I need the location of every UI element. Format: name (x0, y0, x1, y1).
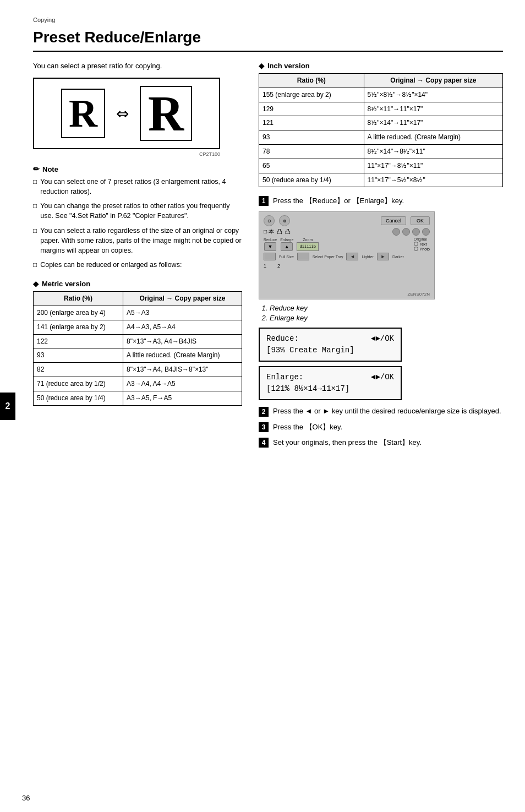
note-title: ✏ Note (33, 165, 242, 173)
table-row: 50 (reduce area by 1/4) 11"×17"→5¹⁄₂"×8¹… (259, 173, 503, 187)
pencil-icon: ✏ (33, 165, 40, 173)
table-row: 141 (enlarge area by 2) A4→A3, A5→A4 (34, 320, 242, 334)
ratio-cell: 155 (enlarge area by 2) (259, 88, 364, 102)
step-1: 1 Press the 【Reduce】or 【Enlarge】key. (259, 196, 503, 206)
copier-steps-list: Reduce key Enlarge key (259, 304, 503, 322)
chapter-badge: 2 (0, 393, 15, 420)
lcd-reduce-line2: [93% Create Margin] (266, 345, 394, 356)
ratio-cell: 122 (34, 334, 123, 348)
lcd-reduce-line1: Reduce:◄►/OK (266, 333, 394, 345)
double-arrow-icon: ⇔ (116, 105, 129, 123)
left-column: You can select a preset ratio for copyin… (33, 62, 242, 406)
step-4-text: Set your originals, then press the 【Star… (273, 438, 422, 448)
inch-section: ◆ Inch version Ratio (%) Original → Copy… (259, 62, 503, 187)
step-2-text: Press the ◄ or ► key until the desired r… (273, 407, 501, 415)
ratio-cell: 200 (enlarge area by 4) (34, 306, 123, 320)
table-row: 155 (enlarge area by 2) 5¹⁄₂"×8¹⁄₂"→8¹⁄₂… (259, 88, 503, 102)
original-cell: 8¹⁄₂"×14"→8¹⁄₂"×11" (364, 144, 502, 159)
original-cell: A3→A4, A4→A5 (123, 377, 242, 391)
lcd-enlarge: Enlarge:◄►/OK [121% 8½×14→11×17] (259, 366, 402, 400)
lcd-enlarge-line1: Enlarge:◄►/OK (266, 372, 394, 383)
table-row: 121 8¹⁄₂"×14"→11"×17" (259, 116, 503, 130)
page-title: Preset Reduce/Enlarge (33, 29, 503, 52)
copier-panel: ⊙ ⊗ Cancel OK □-本凸凸 (259, 211, 435, 299)
note-item-3: You can select a ratio regardless of the… (33, 226, 242, 255)
note-section: ✏ Note You can select one of 7 preset ra… (33, 165, 242, 270)
ratio-cell: 82 (34, 363, 123, 377)
table-row: 200 (enlarge area by 4) A5→A3 (34, 306, 242, 320)
table-row: 71 (reduce area by 1/2) A3→A4, A4→A5 (34, 377, 242, 391)
diamond-icon-2: ◆ (259, 62, 264, 70)
diagram-label: CP2T100 (33, 151, 220, 157)
right-column: ◆ Inch version Ratio (%) Original → Copy… (259, 62, 503, 453)
metric-section: ◆ Metric version Ratio (%) Original → Co… (33, 280, 242, 405)
r-big: R (140, 86, 192, 141)
page: 2 Copying Preset Reduce/Enlarge You can … (0, 0, 525, 812)
original-cell: 11"×17"→8¹⁄₂"×11" (364, 159, 502, 173)
table-row: 122 8"×13"→A3, A4→B4JIS (34, 334, 242, 348)
note-item-2: You can change the preset ratios to othe… (33, 201, 242, 221)
inch-header-text: Inch version (267, 62, 310, 70)
lcd-reduce: Reduce:◄►/OK [93% Create Margin] (259, 328, 402, 362)
original-cell: 8¹⁄₂"×14"→11"×17" (364, 116, 502, 130)
r-diagram: R ⇔ R (33, 78, 220, 149)
metric-col-original: Original → Copy paper size (123, 292, 242, 306)
inch-table: Ratio (%) Original → Copy paper size 155… (259, 73, 503, 187)
step-3-text: Press the 【OK】key. (273, 422, 342, 432)
original-cell: A5→A3 (123, 306, 242, 320)
metric-header: ◆ Metric version (33, 280, 242, 288)
table-row: 78 8¹⁄₂"×14"→8¹⁄₂"×11" (259, 144, 503, 159)
intro-text: You can select a preset ratio for copyin… (33, 62, 242, 70)
metric-table: Ratio (%) Original → Copy paper size 200… (33, 291, 242, 405)
step-4-num: 4 (259, 438, 269, 448)
original-cell: 8"×13"→A4, B4JIS→8"×13" (123, 363, 242, 377)
table-row: 93 A little reduced. (Create Margin) (259, 130, 503, 145)
lcd-enlarge-line2: [121% 8½×14→11×17] (266, 383, 394, 395)
original-cell: 8"×13"→A3, A4→B4JIS (123, 334, 242, 348)
original-cell: A3→A5, F→A5 (123, 391, 242, 405)
breadcrumb: Copying (33, 17, 503, 23)
table-row: 65 11"×17"→8¹⁄₂"×11" (259, 159, 503, 173)
note-item-1: You can select one of 7 preset ratios (3… (33, 177, 242, 197)
original-cell: A little reduced. (Create Margin) (123, 348, 242, 363)
step-2-num: 2 (259, 407, 269, 417)
table-row: 93 A little reduced. (Create Margin) (34, 348, 242, 363)
original-cell: A4→A3, A5→A4 (123, 320, 242, 334)
note-item-4: Copies can be reduced or enlarged as fol… (33, 260, 242, 270)
inch-col-original: Original → Copy paper size (364, 74, 502, 88)
diamond-icon: ◆ (33, 280, 39, 288)
ratio-cell: 50 (reduce area by 1/4) (34, 391, 123, 405)
inch-header: ◆ Inch version (259, 62, 503, 70)
ratio-cell: 129 (259, 102, 364, 116)
ratio-cell: 65 (259, 159, 364, 173)
ratio-cell: 121 (259, 116, 364, 130)
step-3-num: 3 (259, 422, 269, 432)
ratio-cell: 78 (259, 144, 364, 159)
original-cell: 11"×17"→5¹⁄₂"×8¹⁄₂" (364, 173, 502, 187)
table-row: 50 (reduce area by 1/4) A3→A5, F→A5 (34, 391, 242, 405)
ratio-cell: 93 (259, 130, 364, 145)
step-2: 2 Press the ◄ or ► key until the desired… (259, 407, 503, 417)
original-cell: 8¹⁄₂"×11"→11"×17" (364, 102, 502, 116)
original-cell: 5¹⁄₂"×8¹⁄₂"→8¹⁄₂"×14" (364, 88, 502, 102)
inch-col-ratio: Ratio (%) (259, 74, 364, 88)
ratio-cell: 93 (34, 348, 123, 363)
step-3: 3 Press the 【OK】key. (259, 422, 503, 432)
enlarge-key-label: Enlarge key (270, 314, 503, 322)
note-list: You can select one of 7 preset ratios (3… (33, 177, 242, 270)
original-cell: A little reduced. (Create Margin) (364, 130, 502, 145)
ratio-cell: 141 (enlarge area by 2) (34, 320, 123, 334)
ratio-cell: 50 (reduce area by 1/4) (259, 173, 364, 187)
table-row: 82 8"×13"→A4, B4JIS→8"×13" (34, 363, 242, 377)
table-row: 129 8¹⁄₂"×11"→11"×17" (259, 102, 503, 116)
step-4: 4 Set your originals, then press the 【St… (259, 438, 503, 448)
step-1-num: 1 (259, 196, 269, 206)
page-number: 36 (22, 794, 30, 802)
step-1-text: Press the 【Reduce】or 【Enlarge】key. (273, 196, 404, 206)
ratio-cell: 71 (reduce area by 1/2) (34, 377, 123, 391)
reduce-key-label: Reduce key (270, 304, 503, 312)
metric-col-ratio: Ratio (%) (34, 292, 123, 306)
r-small: R (61, 89, 105, 138)
